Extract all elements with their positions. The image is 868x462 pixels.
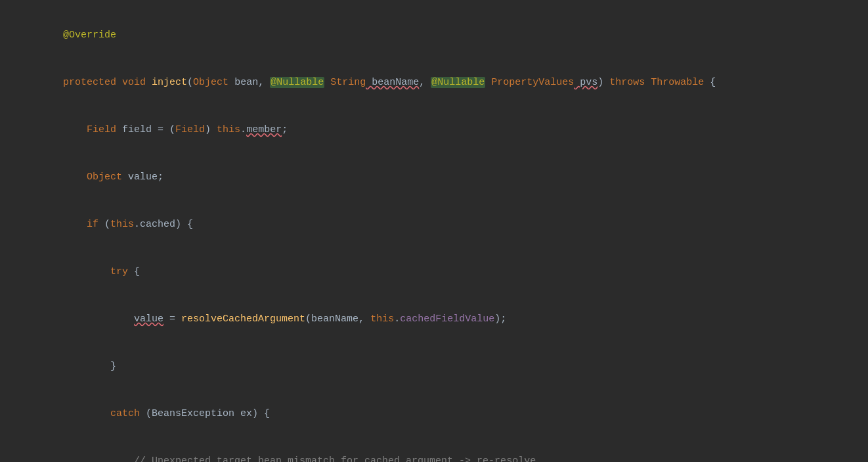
code-line-7: value = resolveCachedArgument(beanName, … xyxy=(39,296,848,343)
code-line-8: } xyxy=(39,343,848,390)
kw-string: String xyxy=(330,77,366,88)
kw-this1: this xyxy=(217,124,240,135)
kw-this3: this xyxy=(370,313,394,325)
kw-void: void xyxy=(122,77,146,88)
code-line-5: if (this.cached) { xyxy=(39,201,848,248)
method-inject: inject xyxy=(152,77,187,88)
kw-field-cast: Field xyxy=(175,124,205,135)
kw-throwable: Throwable xyxy=(651,77,704,88)
code-line-6: try { xyxy=(39,248,848,296)
code-line-3: Field field = (Field) this.member; xyxy=(39,106,848,154)
param-beanname: beanName xyxy=(366,77,419,88)
method-resolvecached: resolveCachedArgument xyxy=(181,313,305,325)
field-member: member xyxy=(246,124,282,135)
code-container: @Override protected void inject(Object b… xyxy=(0,0,868,462)
line3-indent xyxy=(63,124,87,135)
code-line-2: protected void inject(Object bean, @Null… xyxy=(39,59,848,106)
var-value-assign1: value xyxy=(134,313,163,325)
code-line-4: Object value; xyxy=(39,154,848,201)
kw-this2: this xyxy=(110,219,134,230)
code-line-10: // Unexpected target bean mismatch for c… xyxy=(39,438,848,462)
kw-protected: protected xyxy=(63,77,116,88)
kw-propertyvalues: PropertyValues xyxy=(491,77,574,88)
annotation-nullable-1: @Nullable xyxy=(271,77,324,88)
code-line-9: catch (BeansException ex) { xyxy=(39,390,848,438)
kw-try: try xyxy=(110,266,128,277)
kw-if1: if xyxy=(87,219,98,230)
kw-catch: catch xyxy=(110,408,140,419)
field-cachedfieldvalue: cachedFieldValue xyxy=(400,313,494,325)
code-line-1: @Override xyxy=(39,12,848,59)
kw-object2: Object xyxy=(87,172,122,183)
annotation-nullable-2: @Nullable xyxy=(431,77,485,88)
text-value1: value; xyxy=(122,172,163,183)
comment-line10: // Unexpected target bean mismatch for c… xyxy=(63,455,536,462)
param-pvs: pvs xyxy=(574,77,597,88)
annotation-override: @Override xyxy=(63,30,116,41)
kw-object1: Object xyxy=(193,77,228,88)
kw-throws: throws xyxy=(609,77,645,88)
kw-field-type: Field xyxy=(87,124,116,135)
